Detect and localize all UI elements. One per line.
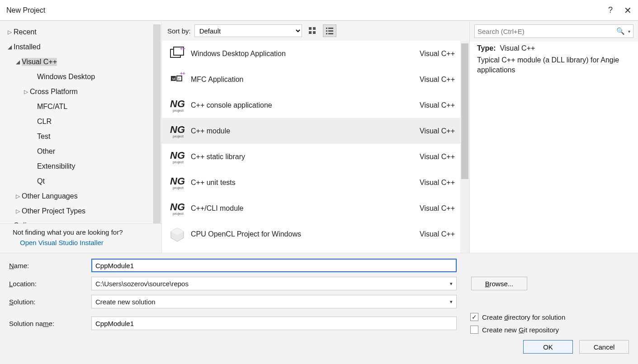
description-pane: 🔍 ▾ Type: Visual C++ Typical C++ module … (469, 21, 638, 253)
tree-node-other[interactable]: Other (0, 144, 161, 159)
svg-text:project: project (173, 109, 184, 113)
help-icon[interactable]: ? (608, 5, 613, 15)
solution-combo[interactable]: Create new solution ▾ (91, 295, 457, 308)
template-row[interactable]: NGprojectC++ static libraryVisual C++ (162, 144, 469, 170)
open-installer-link[interactable]: Open Visual Studio Installer (13, 239, 153, 246)
svg-rect-7 (328, 30, 333, 32)
template-row[interactable]: ++Windows Desktop ApplicationVisual C++ (162, 41, 469, 66)
tree-node-online[interactable]: ▷ Online (0, 221, 161, 223)
create-directory-checkbox[interactable]: ✓ Create directory for solution (470, 313, 629, 321)
tree-scrollbar[interactable] (153, 24, 161, 223)
template-icon (167, 224, 187, 244)
chevron-right-icon: ▷ (5, 222, 14, 223)
template-scrollbar[interactable] (460, 41, 469, 253)
template-pane: Sort by: Default ++Windows Desktop Appli… (162, 21, 469, 253)
template-row[interactable]: NGprojectC++ moduleVisual C++ (162, 118, 469, 144)
template-row[interactable]: NGprojectC++ console applicationeVisual … (162, 92, 469, 118)
template-name: C++ unit tests (191, 179, 420, 187)
main-area: ▷ Recent ◢ Installed ◢ Visual C++ Window… (0, 21, 638, 253)
template-name: MFC Application (191, 76, 420, 84)
template-icon: NGproject (167, 121, 187, 141)
template-toolbar: Sort by: Default (162, 21, 469, 41)
svg-rect-0 (309, 27, 312, 30)
svg-rect-8 (326, 33, 327, 34)
tree-node-mfc-atl[interactable]: MFC/ATL (0, 99, 161, 114)
search-dropdown-icon[interactable]: ▾ (626, 29, 630, 34)
tree-label: Test (37, 132, 50, 141)
tree-node-recent[interactable]: ▷ Recent (0, 24, 161, 39)
solution-name-input[interactable] (91, 317, 457, 330)
chevron-right-icon: ▷ (5, 29, 14, 35)
template-icon: NGproject (167, 173, 187, 193)
tree-label: Visual C++ (22, 58, 57, 66)
tree-node-other-project-types[interactable]: ▷ Other Project Types (0, 203, 161, 218)
svg-text:NG: NG (170, 150, 185, 161)
tree-label: Installed (14, 43, 41, 51)
svg-text:project: project (173, 212, 184, 216)
svg-text:NG: NG (170, 201, 185, 213)
view-list-button[interactable] (323, 24, 336, 37)
template-row[interactable]: NGprojectC++ unit testsVisual C++ (162, 170, 469, 195)
template-row[interactable]: MF++MFC ApplicationVisual C++ (162, 66, 469, 92)
template-row[interactable]: NGprojectC++/CLI moduleVisual C++ (162, 195, 469, 221)
category-tree-pane: ▷ Recent ◢ Installed ◢ Visual C++ Window… (0, 21, 162, 253)
svg-text:project: project (173, 186, 184, 190)
category-tree[interactable]: ▷ Recent ◢ Installed ◢ Visual C++ Window… (0, 21, 161, 223)
template-row[interactable]: CPU OpenCL Project for WindowsVisual C++ (162, 221, 469, 247)
svg-rect-6 (326, 30, 327, 32)
search-box[interactable]: 🔍 ▾ (474, 24, 633, 38)
svg-rect-1 (313, 27, 316, 30)
checkbox-icon (470, 326, 478, 334)
ok-button[interactable]: OK (523, 340, 573, 354)
tree-label: Online (14, 222, 34, 223)
template-name: C++/CLI module (191, 204, 420, 213)
chevron-down-icon: ▾ (450, 299, 453, 305)
tree-label: MFC/ATL (37, 103, 67, 111)
checkbox-icon: ✓ (470, 313, 478, 321)
cancel-button[interactable]: Cancel (579, 340, 629, 354)
sort-by-select[interactable]: Default (194, 24, 302, 37)
tree-node-extensibility[interactable]: Extensibility (0, 159, 161, 174)
template-language: Visual C++ (420, 50, 455, 58)
search-icon[interactable]: 🔍 (615, 27, 626, 35)
tree-label: Recent (14, 28, 37, 36)
template-language: Visual C++ (420, 179, 455, 187)
tree-node-qt[interactable]: Qt (0, 174, 161, 189)
chevron-right-icon: ▷ (14, 208, 22, 214)
svg-text:NG: NG (170, 124, 185, 135)
template-name: CPU OpenCL Project for Windows (191, 230, 420, 238)
template-language: Visual C++ (420, 127, 455, 135)
create-git-checkbox[interactable]: Create new Git repository (470, 326, 629, 334)
search-input[interactable] (477, 28, 615, 35)
template-name: Windows Desktop Application (191, 50, 420, 58)
tree-node-cross-platform[interactable]: ▷ Cross Platform (0, 84, 161, 99)
svg-text:F: F (178, 77, 180, 81)
type-value: Visual C++ (500, 44, 535, 52)
svg-rect-3 (313, 31, 316, 34)
tree-node-installed[interactable]: ◢ Installed (0, 39, 161, 54)
browse-button[interactable]: Browse... (471, 277, 527, 290)
tree-node-windows-desktop[interactable]: Windows Desktop (0, 69, 161, 84)
location-value: C:\Users\sozerov\source\repos (95, 280, 189, 288)
tree-node-other-languages[interactable]: ▷ Other Languages (0, 189, 161, 203)
name-input[interactable] (91, 259, 457, 272)
template-icon: NGproject (167, 147, 187, 167)
template-name: C++ static library (191, 153, 420, 161)
tree-label: Other Project Types (22, 207, 85, 215)
template-list[interactable]: ++Windows Desktop ApplicationVisual C++M… (162, 41, 469, 253)
chevron-right-icon: ▷ (22, 89, 30, 95)
chevron-down-icon: ◢ (5, 44, 14, 50)
svg-rect-2 (309, 31, 312, 34)
form-area: Name: Location: C:\Users\sozerov\source\… (0, 253, 638, 364)
chevron-down-icon: ◢ (14, 59, 22, 65)
solution-name-label: Solution name: (9, 320, 87, 327)
view-grid-button[interactable] (306, 24, 319, 37)
tree-node-visual-cpp[interactable]: ◢ Visual C++ (0, 54, 161, 69)
tree-node-test[interactable]: Test (0, 129, 161, 144)
solution-value: Create new solution (95, 298, 156, 306)
tree-node-clr[interactable]: CLR (0, 114, 161, 129)
close-icon[interactable]: ✕ (624, 5, 632, 16)
location-combo[interactable]: C:\Users\sozerov\source\repos ▾ (91, 277, 457, 290)
description-body: Typical C++ module (a DLL library) for A… (477, 55, 631, 75)
svg-rect-5 (328, 28, 333, 29)
